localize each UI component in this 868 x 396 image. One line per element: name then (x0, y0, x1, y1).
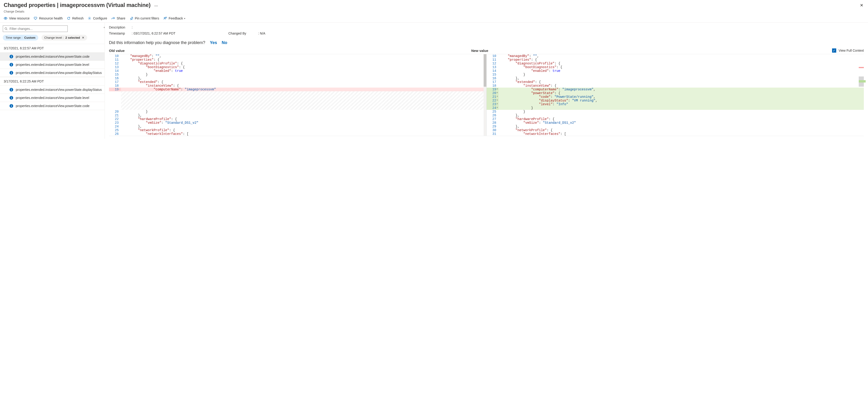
share-icon (111, 16, 115, 20)
change-level-chip-value: 2 selected (65, 36, 80, 39)
time-range-chip-value: Custom (24, 36, 35, 39)
change-row[interactable]: properties.extended.instanceView.powerSt… (0, 53, 104, 61)
timestamp-value: 03/17/2021, 6:22:57 AM PDT (133, 32, 228, 35)
command-bar: View resource Resource health Refresh Co… (0, 14, 868, 23)
svg-rect-9 (11, 64, 11, 64)
diff-line: 11 "properties": { (109, 58, 486, 62)
change-row[interactable]: properties.extended.instanceView.powerSt… (0, 61, 104, 69)
view-full-context-checkbox[interactable]: ✓ (832, 48, 836, 53)
diff-line: 14 "enabled": true (487, 69, 864, 73)
share-button[interactable]: Share (111, 16, 125, 20)
diff-line: 15 } (487, 73, 864, 76)
description-label: Description (109, 26, 130, 29)
change-row[interactable]: properties.extended.instanceView.powerSt… (0, 69, 104, 77)
page-subtitle: Change Details (0, 10, 868, 14)
info-icon (9, 71, 13, 75)
time-range-chip-label: Time range : (6, 36, 23, 39)
diff-line: 30 "networkProfile": { (487, 128, 864, 132)
person-feedback-icon (163, 16, 167, 20)
svg-rect-5 (11, 56, 11, 58)
resource-health-button[interactable]: Resource health (34, 16, 63, 20)
configure-button[interactable]: Configure (88, 16, 107, 20)
diff-line: 25 "networkProfile": { (109, 128, 486, 132)
changedby-label: Changed By (228, 32, 256, 35)
svg-rect-6 (11, 55, 11, 56)
eye-icon (4, 16, 7, 20)
diff-line: 20 } (109, 110, 486, 113)
diff-line: 13 "bootDiagnostics": { (109, 65, 486, 69)
svg-rect-15 (11, 89, 11, 89)
pin-icon (130, 16, 133, 20)
svg-rect-12 (11, 72, 11, 72)
more-icon[interactable]: … (153, 3, 158, 7)
old-value-header: Old value (109, 49, 470, 53)
feedback-no-button[interactable]: No (222, 40, 227, 45)
change-row-label: properties.extended.instanceView.powerSt… (16, 88, 102, 92)
diff-line: 12 "diagnosticsProfile": { (109, 62, 486, 65)
description-value (133, 26, 228, 29)
diff-line: 24+ } (487, 106, 864, 110)
diff-line: 14 "enabled": true (109, 69, 486, 73)
diff-line: 11 "properties": { (487, 58, 864, 62)
time-range-chip[interactable]: Time range : Custom (3, 35, 38, 40)
diff-line: 23 "vmSize": "Standard_DS1_v2" (109, 121, 486, 125)
diff-line: 18 "instanceView": { (487, 84, 864, 88)
diff-line: 26 "networkInterfaces": [ (109, 132, 486, 136)
diff-line: 17 "extended": { (109, 80, 486, 84)
diff-line: 15 } (109, 73, 486, 76)
change-row-label: properties.extended.instanceView.powerSt… (16, 55, 90, 58)
diff-line: 13 "bootDiagnostics": { (487, 65, 864, 69)
view-resource-button[interactable]: View resource (4, 16, 29, 20)
svg-rect-17 (11, 97, 11, 99)
close-icon[interactable]: ✕ (82, 36, 84, 39)
diff-line: 19- "computerName": "imageprocessvm" (109, 88, 486, 91)
change-row-label: properties.extended.instanceView.powerSt… (16, 104, 90, 108)
resource-health-label: Resource health (39, 16, 63, 20)
feedback-label: Feedback (169, 16, 183, 20)
diff-line: 21 }, (109, 113, 486, 117)
diff-line: 22 "hardwareProfile": { (109, 117, 486, 121)
svg-rect-21 (11, 105, 11, 105)
scrollbar-thumb[interactable] (484, 54, 486, 87)
change-row[interactable]: properties.extended.instanceView.powerSt… (0, 86, 104, 94)
chevron-down-icon: ▾ (184, 17, 185, 20)
refresh-label: Refresh (72, 16, 84, 20)
timestamp-label: Timestamp (109, 32, 130, 35)
configure-label: Configure (93, 16, 107, 20)
svg-rect-11 (11, 72, 11, 74)
diff-line: 17 "extended": { (487, 80, 864, 84)
feedback-button[interactable]: Feedback ▾ (163, 16, 185, 20)
svg-rect-14 (11, 89, 11, 91)
diff-line: 19+ "computerName": "imageprocessvm", (487, 88, 864, 91)
view-resource-label: View resource (9, 16, 29, 20)
change-level-chip[interactable]: Change level : 2 selected ✕ (41, 35, 87, 40)
pin-label: Pin current filters (135, 16, 159, 20)
svg-point-2 (164, 18, 165, 18)
diff-line: 18 "instanceView": { (109, 84, 486, 88)
svg-rect-8 (11, 64, 11, 66)
refresh-button[interactable]: Refresh (67, 16, 84, 20)
diff-line: 24 }, (109, 125, 486, 128)
feedback-question: Did this information help you diagnose t… (109, 40, 205, 45)
diff-line: 27 "hardwareProfile": { (487, 117, 864, 121)
feedback-yes-button[interactable]: Yes (210, 40, 217, 45)
change-row[interactable]: properties.extended.instanceView.powerSt… (0, 102, 104, 110)
diff-minimap[interactable] (859, 54, 864, 136)
svg-point-1 (89, 18, 90, 19)
view-full-context-label: View Full Context (839, 49, 864, 53)
close-button[interactable]: ✕ (859, 2, 864, 9)
diff-line: 28 "vmSize": "Standard_DS1_v2" (487, 121, 864, 125)
new-value-header: New value (470, 49, 832, 53)
diff-line: 21+ "code": "PowerState/running", (487, 95, 864, 99)
diff-line: 12 "diagnosticsProfile": { (487, 62, 864, 65)
gear-icon (88, 16, 91, 20)
change-row[interactable]: properties.extended.instanceView.powerSt… (0, 94, 104, 102)
pin-button[interactable]: Pin current filters (130, 16, 159, 20)
svg-rect-20 (11, 105, 11, 107)
diff-line: 25 } (487, 110, 864, 113)
diff-line: 20+ "powerState": { (487, 91, 864, 95)
filter-changes-input[interactable] (3, 26, 68, 32)
collapse-panel-button[interactable]: ‹‹ (103, 25, 105, 29)
info-icon (9, 104, 13, 108)
page-title: Changed properties | imageprocessvm (Vir… (4, 2, 151, 8)
